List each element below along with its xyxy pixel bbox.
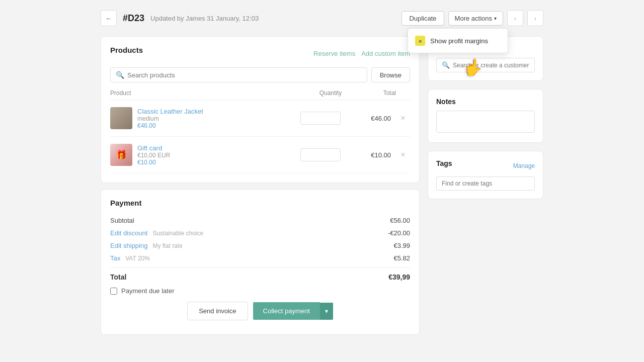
qty-stepper: 1 ▲ ▼ <box>300 112 341 125</box>
col-total-header: Total <box>356 89 396 97</box>
show-profit-margins-label: Show profit margins <box>430 37 488 45</box>
top-bar: ← #D23 Updated by James 31 January, 12:0… <box>101 10 543 26</box>
customer-search-icon: 🔍 <box>442 61 450 69</box>
total-row: Total €39,99 <box>110 267 410 281</box>
tax-desc: VAT 20% <box>125 255 388 262</box>
collect-payment-main[interactable]: Collect payment <box>253 302 320 320</box>
product-info: Gift card €10,00 EUR €10.00 <box>137 144 290 166</box>
product-search-row: 🔍 Browse <box>110 67 410 82</box>
products-card: Products Reserve items Add custom item 🔍… <box>101 36 420 183</box>
tags-input[interactable] <box>436 176 535 191</box>
discount-value: -€20.00 <box>388 229 410 237</box>
payment-due-later-checkbox[interactable] <box>110 288 117 295</box>
table-row: 🎁 Gift card €10,00 EUR €10.00 1 ▲ ▼ <box>110 137 410 173</box>
browse-button[interactable]: Browse <box>371 67 410 82</box>
add-custom-item-button[interactable]: Add custom item <box>361 50 410 57</box>
search-products-input[interactable] <box>127 71 362 79</box>
remove-item-button[interactable]: × <box>396 114 410 123</box>
shipping-desc: My flat rate <box>152 242 388 249</box>
subtotal-label: Subtotal <box>110 217 134 224</box>
subtotal-row: Subtotal €56.00 <box>110 214 410 227</box>
top-bar-right: Duplicate More actions ▾ ‹ › ■ Show prof… <box>401 10 543 26</box>
row-total: €10.00 <box>351 151 391 159</box>
profit-margins-icon: ■ <box>415 36 425 46</box>
col-qty-header: Quantity <box>305 89 356 97</box>
products-title: Products <box>110 46 143 54</box>
product-name-link[interactable]: Gift card <box>137 144 162 152</box>
product-thumbnail <box>110 107 132 129</box>
notes-card: Notes <box>428 89 543 143</box>
product-search-box: 🔍 <box>110 67 367 82</box>
discount-label[interactable]: Edit discount <box>110 229 147 237</box>
customer-search-input[interactable] <box>453 62 529 69</box>
product-name-link[interactable]: Classic Leather Jacket <box>137 108 203 115</box>
product-price: €46.00 <box>137 122 290 129</box>
tags-header: Tags Manage <box>436 159 535 172</box>
product-info: Classic Leather Jacket medium €46.00 <box>137 107 290 129</box>
tax-row: Tax VAT 20% €5.82 <box>110 252 410 264</box>
col-product-header: Product <box>110 89 305 97</box>
more-actions-label: More actions <box>455 15 492 22</box>
shipping-row: Edit shipping My flat rate €3.99 <box>110 239 410 252</box>
show-profit-margins-item[interactable]: ■ Show profit margins <box>408 32 508 50</box>
notes-title: Notes <box>436 98 535 106</box>
subtotal-value: €56.00 <box>390 217 410 224</box>
qty-input[interactable]: 1 <box>301 112 341 124</box>
product-price: €10.00 <box>137 159 290 166</box>
doc-subtitle: Updated by James 31 January, 12:03 <box>150 15 259 22</box>
payment-due-later-label: Payment due later <box>121 287 175 295</box>
top-bar-left: ← #D23 Updated by James 31 January, 12:0… <box>101 10 259 26</box>
products-actions: Reserve items Add custom item <box>313 50 410 57</box>
col-action-header <box>396 89 410 97</box>
nav-next-button[interactable]: › <box>527 10 543 26</box>
col-headers: Product Quantity Total <box>110 89 410 100</box>
payment-card: Payment Subtotal €56.00 Edit discount Su… <box>101 189 420 335</box>
qty-input[interactable]: 1 <box>301 149 341 161</box>
product-thumbnail: 🎁 <box>110 144 132 166</box>
more-actions-button[interactable]: More actions ▾ <box>448 11 503 26</box>
tax-label[interactable]: Tax <box>110 254 120 262</box>
products-header: Products Reserve items Add custom item <box>110 46 410 61</box>
right-panel: Customer 🔍 Notes Tags Manage <box>428 36 543 362</box>
product-variant: medium <box>137 115 290 122</box>
total-label: Total <box>110 273 126 281</box>
more-actions-dropdown: ■ Show profit margins <box>408 28 508 53</box>
tags-title: Tags <box>436 159 452 167</box>
shipping-value: €3.99 <box>393 242 410 249</box>
manage-tags-link[interactable]: Manage <box>513 162 535 169</box>
tags-card: Tags Manage <box>428 151 543 199</box>
chevron-down-icon: ▾ <box>494 16 497 21</box>
tax-value: €5.82 <box>393 254 410 262</box>
send-invoice-button[interactable]: Send invoice <box>187 302 248 320</box>
total-value: €39,99 <box>388 273 410 281</box>
collect-payment-button: Collect payment ▾ <box>253 302 333 320</box>
reserve-items-button[interactable]: Reserve items <box>313 50 355 57</box>
table-row: Classic Leather Jacket medium €46.00 1 ▲… <box>110 100 410 137</box>
discount-row: Edit discount Sustainable choice -€20.00 <box>110 227 410 239</box>
search-icon: 🔍 <box>116 71 124 79</box>
payment-due-later-row: Payment due later <box>110 281 410 295</box>
back-button[interactable]: ← <box>101 10 117 26</box>
doc-id: #D23 <box>123 13 144 24</box>
remove-item-button[interactable]: × <box>396 150 410 159</box>
left-panel: Products Reserve items Add custom item 🔍… <box>101 36 420 362</box>
collect-payment-dropdown[interactable]: ▾ <box>320 303 333 320</box>
customer-search-box: 🔍 <box>436 58 535 72</box>
discount-desc: Sustainable choice <box>152 230 382 237</box>
payment-title: Payment <box>110 199 410 207</box>
duplicate-button[interactable]: Duplicate <box>401 11 444 26</box>
row-total: €46.00 <box>351 115 391 122</box>
product-variant: €10,00 EUR <box>137 152 290 159</box>
notes-textarea[interactable] <box>436 111 535 133</box>
main-content: Products Reserve items Add custom item 🔍… <box>101 36 543 362</box>
nav-prev-button[interactable]: ‹ <box>507 10 523 26</box>
qty-stepper: 1 ▲ ▼ <box>300 148 341 161</box>
footer-buttons: Send invoice Collect payment ▾ <box>110 295 410 325</box>
shipping-label[interactable]: Edit shipping <box>110 242 147 249</box>
